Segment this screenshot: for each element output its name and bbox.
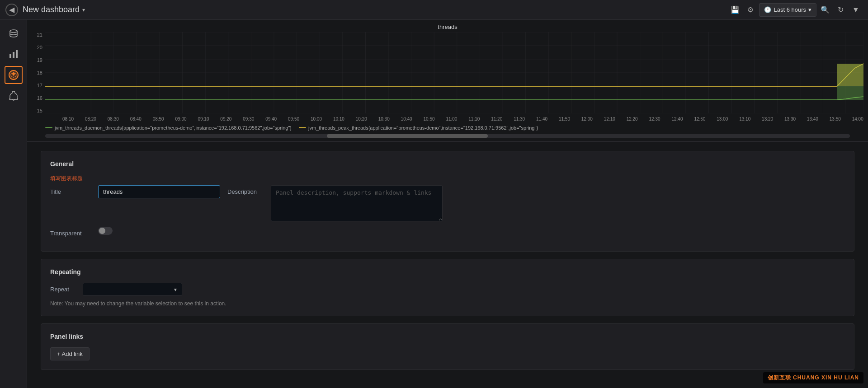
description-label: Description	[227, 185, 264, 195]
y-label-17: 17	[29, 83, 42, 88]
transparent-toggle[interactable]	[98, 227, 113, 235]
legend-item-daemon: jvm_threads_daemon_threads{application="…	[45, 125, 292, 131]
content-area: threads 21 20 19 18 17 16 15	[27, 20, 868, 388]
chart-panel: threads 21 20 19 18 17 16 15	[27, 20, 868, 142]
transparent-label: Transparent	[50, 227, 91, 237]
header-actions: 💾 ⚙ 🕐 Last 6 hours ▾ 🔍 ↻ ▼	[728, 3, 863, 17]
general-title: General	[50, 160, 845, 168]
add-link-label: + Add link	[57, 351, 83, 357]
dashboard-title: New dashboard	[23, 5, 80, 14]
chart-svg	[45, 32, 863, 113]
watermark: 创新互联 CHUANG XIN HU LIAN	[763, 372, 863, 383]
y-label-18: 18	[29, 70, 42, 75]
refresh-dropdown-button[interactable]: ▼	[849, 3, 863, 17]
scrollbar-thumb[interactable]	[327, 134, 488, 138]
svg-point-6	[13, 77, 14, 78]
title-row: Title Description	[50, 185, 845, 221]
chart-scrollbar[interactable]	[45, 134, 850, 138]
repeating-section: Repeating Repeat variable1 variable2 Not…	[41, 259, 854, 316]
svg-rect-2	[13, 52, 14, 58]
search-button[interactable]: 🔍	[818, 3, 832, 17]
header-title: New dashboard ▾	[23, 5, 85, 14]
chart-container: 21 20 19 18 17 16 15	[27, 32, 868, 122]
header: ◀ New dashboard ▾ 💾 ⚙ 🕐 Last 6 hours ▾ 🔍…	[0, 0, 868, 20]
y-label-20: 20	[29, 45, 42, 50]
repeat-select-wrap: variable1 variable2	[83, 283, 182, 296]
svg-point-0	[10, 30, 17, 33]
sidebar-item-data[interactable]	[5, 24, 23, 42]
chart-y-axis: 21 20 19 18 17 16 15	[27, 32, 44, 113]
panel-settings: General 填写图表标题 Title Description Transpa…	[27, 142, 868, 386]
main-layout: threads 21 20 19 18 17 16 15	[0, 20, 868, 388]
title-label: Title	[50, 185, 91, 195]
back-button[interactable]: ◀	[5, 4, 18, 16]
refresh-icon: ↻	[838, 5, 844, 14]
transparent-row: Transparent	[50, 227, 845, 237]
chart-x-labels: 08:10 08:20 08:30 08:40 08:50 09:00 09:1…	[62, 116, 863, 122]
gear-icon: ⚙	[747, 5, 754, 14]
svg-rect-57	[837, 64, 863, 86]
legend-label-daemon: jvm_threads_daemon_threads{application="…	[55, 125, 292, 131]
repeating-title: Repeating	[50, 268, 845, 276]
chart-legend: jvm_threads_daemon_threads{application="…	[27, 122, 868, 132]
y-label-21: 21	[29, 32, 42, 37]
sidebar-item-alert[interactable]	[5, 66, 23, 84]
legend-color-peak	[299, 127, 306, 128]
legend-color-daemon	[45, 127, 52, 128]
chart-title: threads	[27, 23, 868, 30]
repeat-label: Repeat	[50, 286, 77, 293]
y-label-15: 15	[29, 108, 42, 113]
chart-icon	[8, 49, 19, 60]
save-dashboard-button[interactable]: 💾	[728, 3, 742, 17]
clock-icon: 🕐	[764, 6, 771, 13]
search-icon: 🔍	[821, 5, 830, 14]
add-link-button[interactable]: + Add link	[50, 347, 90, 360]
title-error-label: 填写图表标题	[50, 175, 845, 182]
sidebar-item-visualization[interactable]	[5, 45, 23, 63]
refresh-dropdown-icon: ▼	[852, 6, 859, 14]
title-chevron-icon: ▾	[82, 7, 85, 13]
refresh-button[interactable]: ↻	[834, 3, 847, 17]
legend-item-peak: jvm_threads_peak_threads{application="pr…	[299, 125, 538, 131]
panel-links-title: Panel links	[50, 333, 845, 340]
toggle-knob	[99, 228, 105, 234]
time-range-button[interactable]: 🕐 Last 6 hours ▾	[759, 3, 816, 17]
y-label-19: 19	[29, 57, 42, 63]
database-icon	[8, 28, 19, 39]
panel-links-section: Panel links + Add link	[41, 323, 854, 370]
transparent-toggle-wrap	[98, 227, 113, 235]
svg-rect-1	[9, 54, 11, 58]
legend-label-peak: jvm_threads_peak_threads{application="pr…	[308, 125, 538, 131]
title-input[interactable]	[98, 185, 220, 198]
repeat-select[interactable]: variable1 variable2	[83, 283, 182, 296]
sidebar-item-notification[interactable]	[5, 87, 23, 105]
save-icon: 💾	[731, 5, 740, 14]
time-range-chevron: ▾	[808, 6, 811, 13]
alert-icon	[8, 70, 19, 80]
y-label-16: 16	[29, 95, 42, 101]
general-section: General 填写图表标题 Title Description Transpa…	[41, 151, 854, 252]
settings-button[interactable]: ⚙	[744, 3, 757, 17]
description-input[interactable]	[271, 185, 443, 221]
svg-rect-3	[16, 50, 18, 58]
repeat-row: Repeat variable1 variable2	[50, 283, 845, 296]
sidebar	[0, 20, 27, 388]
repeat-note: Note: You may need to change the variabl…	[50, 300, 845, 307]
time-range-label: Last 6 hours	[774, 6, 806, 13]
bell-icon	[8, 90, 19, 101]
